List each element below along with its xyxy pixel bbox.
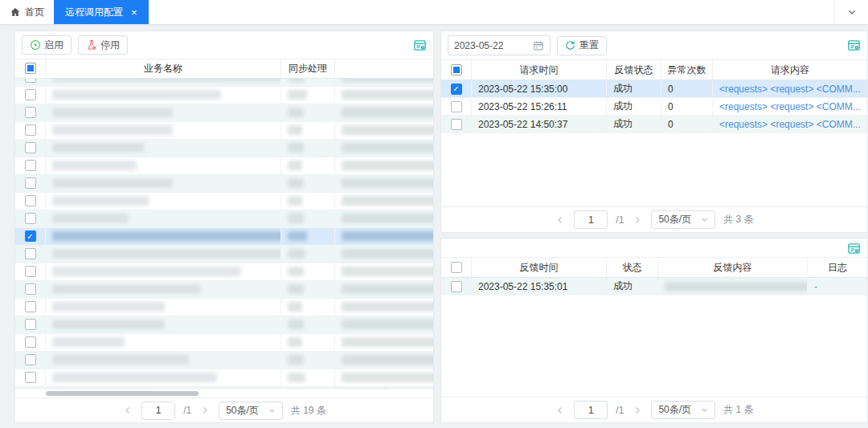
row-checkbox[interactable] bbox=[25, 336, 36, 348]
header-status[interactable]: 状态 bbox=[607, 258, 658, 277]
table-row[interactable]: 2023-05-22 15:35:01成功- bbox=[441, 278, 867, 296]
table-row[interactable] bbox=[15, 104, 433, 122]
table-row[interactable] bbox=[15, 140, 433, 157]
row-checkbox[interactable] bbox=[451, 84, 462, 95]
page-size-select[interactable]: 50条/页 bbox=[219, 402, 283, 420]
prev-page-icon[interactable] bbox=[122, 405, 133, 416]
disable-button[interactable]: 停用 bbox=[78, 35, 128, 55]
row-checkbox[interactable] bbox=[25, 89, 36, 100]
table-row[interactable] bbox=[15, 87, 433, 104]
extra-cell bbox=[335, 352, 433, 369]
row-checkbox[interactable] bbox=[25, 354, 36, 365]
prev-page-icon[interactable] bbox=[555, 214, 566, 226]
row-checkbox[interactable] bbox=[25, 142, 36, 153]
prev-page-icon[interactable] bbox=[555, 405, 566, 416]
row-checkbox[interactable] bbox=[25, 195, 36, 206]
blurred-text bbox=[52, 161, 137, 170]
next-page-icon[interactable] bbox=[632, 214, 643, 226]
page-size-select[interactable]: 50条/页 bbox=[651, 210, 715, 229]
row-checkbox[interactable] bbox=[451, 119, 462, 130]
row-checkbox[interactable] bbox=[25, 160, 36, 171]
request-content-link[interactable]: <requests> <request> <COMM... bbox=[719, 119, 861, 130]
table-row[interactable] bbox=[15, 281, 433, 299]
table-row[interactable] bbox=[15, 263, 433, 281]
request-content-link[interactable]: <requests> <request> <COMM... bbox=[719, 101, 861, 112]
next-page-icon[interactable] bbox=[632, 405, 643, 416]
request-content-link[interactable]: <requests> <request> <COMM... bbox=[719, 84, 861, 95]
table-row[interactable] bbox=[15, 210, 433, 228]
select-all-checkbox[interactable] bbox=[451, 64, 462, 75]
select-all-checkbox[interactable] bbox=[451, 262, 462, 273]
header-request-time[interactable]: 请求时间 bbox=[472, 60, 607, 79]
blurred-text bbox=[342, 231, 433, 241]
left-header-business-name[interactable]: 业务名称 bbox=[46, 59, 281, 78]
row-checkbox[interactable] bbox=[25, 177, 36, 189]
reset-button[interactable]: 重置 bbox=[557, 36, 607, 55]
extra-cell bbox=[335, 87, 433, 104]
left-header-sync-process[interactable]: 同步处理 bbox=[281, 59, 335, 78]
page-number-input[interactable]: 1 bbox=[574, 401, 608, 419]
row-checkbox[interactable] bbox=[25, 301, 36, 312]
page-number-input[interactable]: 1 bbox=[574, 210, 608, 229]
tab-remote-call-config[interactable]: 远程调用配置 × bbox=[54, 0, 149, 24]
header-error-count[interactable]: 异常次数 bbox=[661, 60, 713, 79]
row-checkbox[interactable] bbox=[451, 101, 462, 112]
error-count-cell: 0 bbox=[661, 80, 713, 97]
table-row[interactable] bbox=[15, 193, 433, 210]
table-row[interactable]: 2023-05-22 15:26:11成功0<requests> <reques… bbox=[441, 98, 867, 116]
extra-cell bbox=[335, 281, 433, 298]
row-checkbox[interactable] bbox=[25, 107, 36, 118]
header-feedback-time[interactable]: 反馈时间 bbox=[472, 258, 607, 277]
next-page-icon[interactable] bbox=[199, 405, 211, 416]
table-row[interactable] bbox=[15, 157, 433, 175]
feedback-time-cell: 2023-05-22 15:35:01 bbox=[472, 278, 607, 295]
table-row[interactable] bbox=[15, 369, 433, 387]
table-row[interactable] bbox=[15, 175, 433, 193]
feedback-table-header: 反馈时间 状态 反馈内容 日志 bbox=[441, 257, 867, 278]
left-header-extra[interactable] bbox=[335, 59, 433, 78]
enable-button[interactable]: 启用 bbox=[22, 35, 72, 55]
table-row[interactable] bbox=[15, 228, 433, 246]
table-row[interactable] bbox=[15, 352, 433, 369]
request-column-settings-button[interactable] bbox=[847, 39, 861, 52]
table-row[interactable]: 2023-05-22 14:50:37成功0<requests> <reques… bbox=[441, 116, 867, 133]
blurred-text bbox=[288, 320, 304, 329]
row-checkbox[interactable] bbox=[25, 248, 36, 259]
table-row[interactable] bbox=[15, 334, 433, 352]
table-row[interactable] bbox=[15, 316, 433, 334]
row-checkbox[interactable] bbox=[25, 79, 36, 84]
select-all-checkbox[interactable] bbox=[25, 63, 36, 74]
feedback-pagination: 1 /1 50条/页 共 1 条 bbox=[441, 397, 867, 422]
row-checkbox[interactable] bbox=[25, 124, 36, 136]
table-row[interactable]: 2023-05-22 15:35:00成功0<requests> <reques… bbox=[441, 80, 867, 98]
row-checkbox[interactable] bbox=[25, 266, 36, 277]
log-link[interactable]: - bbox=[814, 281, 817, 292]
business-name-cell bbox=[46, 210, 281, 227]
row-checkbox[interactable] bbox=[25, 372, 36, 383]
tab-list-dropdown-button[interactable] bbox=[834, 0, 868, 24]
business-name-cell bbox=[46, 140, 281, 157]
page-size-select[interactable]: 50条/页 bbox=[651, 401, 715, 419]
header-feedback-content[interactable]: 反馈内容 bbox=[658, 258, 808, 277]
row-checkbox[interactable] bbox=[25, 230, 36, 242]
tab-home[interactable]: 首页 bbox=[0, 0, 54, 24]
header-log[interactable]: 日志 bbox=[808, 258, 867, 277]
close-icon[interactable]: × bbox=[131, 7, 137, 18]
scrollbar-thumb[interactable] bbox=[46, 391, 199, 396]
request-content-cell: <requests> <request> <COMM... bbox=[713, 98, 867, 115]
feedback-column-settings-button[interactable] bbox=[847, 242, 861, 255]
table-row[interactable] bbox=[15, 299, 433, 316]
row-checkbox[interactable] bbox=[451, 281, 462, 292]
row-checkbox[interactable] bbox=[25, 319, 36, 330]
row-checkbox[interactable] bbox=[25, 283, 36, 295]
header-request-content[interactable]: 请求内容 bbox=[713, 60, 867, 79]
blurred-text bbox=[288, 143, 304, 153]
left-column-settings-button[interactable] bbox=[413, 39, 427, 52]
date-filter-input[interactable]: 2023-05-22 bbox=[448, 35, 551, 55]
row-checkbox[interactable] bbox=[25, 213, 36, 224]
page-number-input[interactable]: 1 bbox=[141, 402, 175, 420]
header-feedback-status[interactable]: 反馈状态 bbox=[607, 60, 661, 79]
table-row[interactable] bbox=[15, 246, 433, 263]
table-row[interactable] bbox=[15, 79, 433, 87]
table-row[interactable] bbox=[15, 122, 433, 140]
